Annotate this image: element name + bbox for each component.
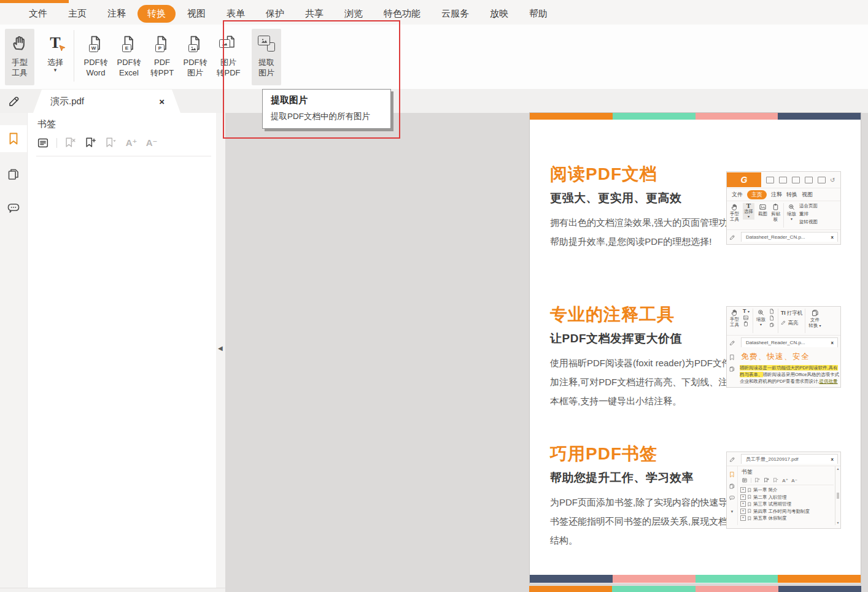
- body-line: 拥有出色的文档渲染效果,强大的页面管理功能,: [550, 213, 734, 232]
- mini-sidebar-icons: ▼: [727, 466, 737, 525]
- expand-bookmarks-icon[interactable]: A⁺: [125, 136, 138, 150]
- mini-bookmarks-title: 书签: [742, 468, 834, 476]
- navigation-icon-strip: [0, 113, 28, 588]
- tooltip-description: 提取PDF文档中的所有图片: [271, 111, 390, 122]
- section-subheading: 更强大、更实用、更高效: [550, 190, 734, 206]
- foxit-logo: G: [727, 172, 761, 187]
- mini-sidebar-icons: [727, 349, 737, 385]
- export-icon: [805, 177, 813, 183]
- menu-protect[interactable]: 保护: [255, 5, 295, 23]
- menu-features[interactable]: 特色功能: [373, 5, 431, 23]
- pdf-to-excel-icon: E: [121, 29, 137, 57]
- mini-doc-heading: 免费、快速、安全: [741, 352, 839, 362]
- bookmarks-panel-title: 书签: [37, 118, 56, 130]
- pdf-to-word-icon: W: [88, 29, 104, 57]
- hand-icon: [10, 29, 29, 57]
- menu-present[interactable]: 放映: [479, 5, 519, 23]
- delete-bookmark-icon[interactable]: [64, 136, 77, 150]
- menu-items: 文件 主页 注释 转换 视图 表单 保护 共享 浏览 特色功能 云服务 放映 帮…: [18, 5, 558, 23]
- section-heading: 阅读PDF文档: [550, 164, 734, 184]
- pdf-to-excel-button[interactable]: E PDF转Excel: [114, 29, 144, 85]
- menu-bar: 文件 主页 注释 转换 视图 表单 保护 共享 浏览 特色功能 云服务 放映 帮…: [0, 0, 868, 25]
- hand-tool-label: 手型: [12, 57, 28, 67]
- mini-screenshot-annotation-ui: 手型工具 T ▾ 缩放▾ TI 打字机 高亮: [726, 306, 841, 388]
- select-tool-button[interactable]: T 选择 ▾: [41, 29, 70, 85]
- body-line: 帮助提升效率,是您阅读PDF的理想选择!: [550, 232, 734, 251]
- select-dropdown-arrow[interactable]: ▾: [54, 67, 57, 72]
- new-doc-icon: [818, 177, 826, 183]
- mini-screenshot-bookmarks-ui: 员工手册_20120917.pdfx ▼ 书签: [726, 452, 841, 529]
- pdf-to-image-button[interactable]: PDF转图片: [180, 29, 210, 85]
- menu-file[interactable]: 文件: [18, 5, 58, 23]
- body-line: 为PDF页面添加书签,除了实现内容的快速导航,: [550, 493, 734, 512]
- page-bottom-stripe: [530, 575, 861, 583]
- extract-images-tooltip: 提取图片 提取PDF文档中的所有图片: [262, 89, 391, 129]
- pdf-to-ppt-button[interactable]: P PDF转PPT: [147, 29, 177, 85]
- body-line: 书签还能指明不同书签的层级关系,展现文档的: [550, 512, 734, 531]
- section-heading: 专业的注释工具: [550, 305, 734, 325]
- body-line: 加注释,可对PDF文档进行高亮、下划线、注释、文: [550, 372, 734, 391]
- panel-resize-gutter[interactable]: ◀: [216, 113, 225, 588]
- menu-form[interactable]: 表单: [216, 5, 255, 23]
- pdf-page: 阅读PDF文档 更强大、更实用、更高效 拥有出色的文档渲染效果,强大的页面管理功…: [529, 112, 861, 584]
- menu-home[interactable]: 主页: [58, 5, 97, 23]
- text-select-icon: T: [50, 29, 60, 57]
- comments-panel-icon[interactable]: [0, 194, 27, 221]
- bookmarks-panel: 书签 A⁺ A⁻: [28, 113, 216, 588]
- document-tab-title: 演示.pdf: [50, 96, 159, 107]
- menu-convert[interactable]: 转换: [138, 5, 176, 23]
- image-to-pdf-icon: [219, 29, 238, 57]
- pages-panel-icon[interactable]: [0, 161, 27, 188]
- collapse-panel-icon[interactable]: ◀: [218, 345, 223, 352]
- menu-share[interactable]: 共享: [295, 5, 334, 23]
- body-line: 本框等,支持一键导出小结注释。: [550, 391, 734, 410]
- brand-accent-strip: [0, 0, 69, 3]
- document-tab-bar: 演示.pdf ×: [0, 89, 868, 113]
- add-bookmark-icon[interactable]: [84, 136, 98, 150]
- section-bookmarks: 巧用PDF书签 帮助您提升工作、学习效率 为PDF页面添加书签,除了实现内容的快…: [550, 444, 734, 550]
- pdf-to-word-button[interactable]: W PDF转Word: [81, 29, 110, 85]
- bookmarks-toolbar: A⁺ A⁻: [36, 136, 158, 150]
- extract-images-icon: [257, 29, 276, 57]
- body-line: 使用福昕PDF阅读器(foxit reader)为PDF文件添: [550, 353, 734, 372]
- foxit-reader-window: 文件 主页 注释 转换 视图 表单 保护 共享 浏览 特色功能 云服务 放映 帮…: [0, 0, 868, 592]
- save-icon: [779, 177, 787, 183]
- menu-help[interactable]: 帮助: [519, 5, 558, 23]
- section-subheading: 帮助您提升工作、学习效率: [550, 470, 734, 486]
- menu-comment[interactable]: 注释: [97, 5, 136, 23]
- pdf-to-ppt-icon: P: [154, 29, 170, 57]
- panel-divider: [36, 156, 211, 156]
- extract-images-button[interactable]: 提取图片: [252, 29, 281, 85]
- next-page-top-stripe: [529, 586, 861, 592]
- pdf-to-image-icon: [187, 29, 203, 57]
- open-icon: [766, 177, 774, 183]
- tab-close-icon[interactable]: ×: [159, 96, 165, 107]
- section-heading: 巧用PDF书签: [550, 444, 734, 464]
- section-subheading: 让PDF文档发挥更大价值: [550, 331, 734, 347]
- bookmark-list-icon[interactable]: [36, 136, 50, 150]
- body-line: 结构。: [550, 531, 734, 550]
- mini-scrollbar: ▲ ▼: [835, 466, 840, 525]
- section-annotation-tools: 专业的注释工具 让PDF文档发挥更大价值 使用福昕PDF阅读器(foxit re…: [550, 305, 734, 410]
- section-read-pdf: 阅读PDF文档 更强大、更实用、更高效 拥有出色的文档渲染效果,强大的页面管理功…: [550, 164, 734, 251]
- bookmarks-panel-icon[interactable]: [0, 125, 27, 152]
- menu-view[interactable]: 视图: [177, 5, 216, 23]
- annotate-pencil-icon[interactable]: [5, 91, 25, 110]
- page-top-stripe: [530, 113, 861, 120]
- undo-icon: ↺: [830, 177, 835, 183]
- toolbar-separator: [74, 30, 74, 82]
- status-strip: [0, 588, 225, 592]
- ribbon-toolbar: 手型工具 T 选择 ▾ W PDF转Word E PD: [0, 25, 868, 90]
- tooltip-title: 提取图片: [271, 94, 390, 106]
- mini-screenshot-reader-ui: G ↺ 文件 主页 注释 转换 视图 手型工具 T选择▾ 截图 剪贴板: [726, 171, 841, 245]
- bookmark-options-icon[interactable]: [104, 136, 118, 150]
- image-to-pdf-button[interactable]: 图片转PDF: [214, 29, 243, 85]
- collapse-bookmarks-icon[interactable]: A⁻: [145, 136, 158, 150]
- menu-browse[interactable]: 浏览: [334, 5, 373, 23]
- document-tab[interactable]: 演示.pdf ×: [33, 90, 180, 113]
- print-icon: [792, 177, 800, 183]
- menu-cloud[interactable]: 云服务: [431, 5, 479, 23]
- hand-tool-button[interactable]: 手型工具: [5, 29, 34, 85]
- toolbar-separator: [56, 138, 57, 148]
- select-label: 选择: [47, 57, 63, 67]
